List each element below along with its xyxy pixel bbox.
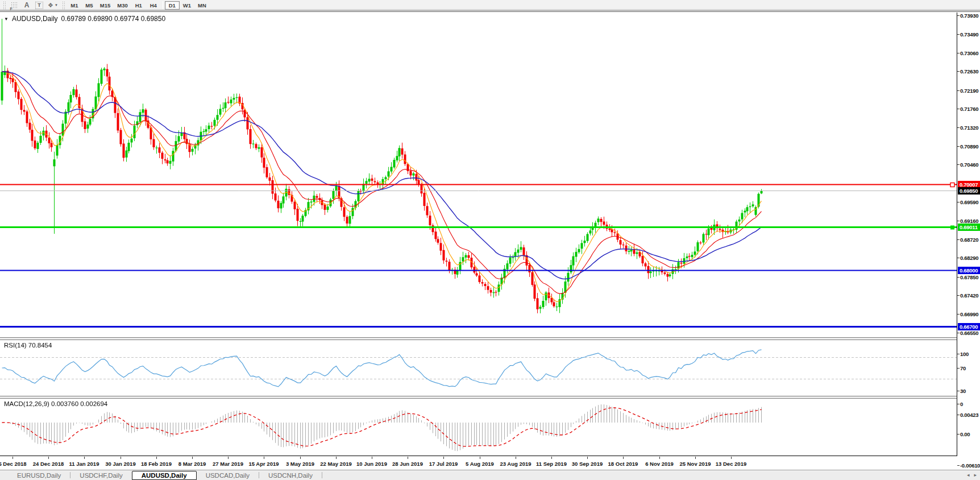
rsi-indicator-label: RSI(14) 70.8454 (4, 342, 52, 349)
date-tick-label: 11 Jan 2019 (69, 461, 99, 467)
price-level-badge: 0.69011 (958, 224, 980, 231)
price-tick-label: 0.66990 (960, 311, 978, 317)
date-tick-label: 5 Aug 2019 (466, 461, 494, 467)
chart-expand-icon[interactable]: ▼ (4, 16, 9, 22)
text-box-icon: T (35, 2, 43, 9)
price-level-badge: 0.66700 (958, 323, 980, 330)
date-tick-label: 18 Oct 2019 (608, 461, 638, 467)
rsi-axis-label: 100 (960, 351, 969, 357)
price-tick-label: 0.67850 (960, 274, 978, 280)
date-tick-mark (372, 457, 372, 459)
date-axis: 5 Dec 201824 Dec 201811 Jan 201930 Jan 2… (0, 457, 957, 470)
macd-indicator-label: MACD(12,26,9) 0.003760 0.002694 (4, 400, 107, 407)
date-tick-mark (659, 457, 660, 459)
date-tick-mark (300, 457, 301, 459)
timeframe-button-h1[interactable]: H1 (131, 1, 146, 10)
diamonds-icon: ❖ (48, 2, 53, 9)
tab-scroll-left-icon[interactable]: ◂ (967, 472, 970, 478)
macd-axis-label: 0.00423 (960, 412, 978, 418)
timeframe-button-m30[interactable]: M30 (114, 1, 131, 10)
chart-window: ▼ AUDUSD,Daily 0.69789 0.69890 0.69774 0… (0, 11, 980, 470)
date-tick-label: 23 Aug 2019 (500, 461, 531, 467)
tab-list: EURUSD,DailyUSDCHF,DailyAUDUSD,DailyUSDC… (8, 471, 322, 480)
date-tick-label: 8 Mar 2019 (178, 461, 206, 467)
price-tick-label: 0.68290 (960, 255, 978, 261)
symbol-tab-usdchf[interactable]: USDCHF,Daily (70, 471, 131, 480)
date-tick-label: 5 Dec 2018 (0, 461, 27, 467)
price-axis: 0.739300.734900.730600.726300.721900.717… (957, 13, 980, 456)
date-tick-mark (695, 457, 696, 459)
date-tick-mark (408, 457, 408, 459)
price-tick-label: 0.70460 (960, 162, 978, 168)
tab-scroll-arrows: ◂ ▸ (967, 472, 977, 478)
date-tick-mark (551, 457, 552, 459)
price-tick-label: 0.73060 (960, 50, 978, 56)
symbol-tab-audusd[interactable]: AUDUSD,Daily (132, 471, 197, 480)
timeframe-button-mn[interactable]: MN (194, 1, 210, 10)
timeframe-button-m5[interactable]: M5 (82, 1, 97, 10)
symbol-tab-usdcad[interactable]: USDCAD,Daily (197, 471, 259, 480)
date-tick-mark (264, 457, 264, 459)
date-tick-label: 6 Nov 2019 (645, 461, 674, 467)
tab-scroll-right-icon[interactable]: ▸ (974, 472, 977, 478)
date-tick-mark (587, 457, 588, 459)
price-tick-label: 0.72190 (960, 88, 978, 94)
rsi-axis-label: 0 (960, 401, 963, 407)
grid-tool-button[interactable]: F (8, 1, 20, 10)
chart-ohlc-values: 0.69789 0.69890 0.69774 0.69850 (61, 15, 166, 23)
date-tick-label: 18 Feb 2019 (141, 461, 172, 467)
chart-symbol-label: AUDUSD,Daily (12, 15, 58, 23)
macd-axis-label: 0.00 (960, 431, 970, 437)
macd-axis-label: -0.00610 (960, 462, 980, 469)
date-tick-mark (623, 457, 624, 459)
price-tick-label: 0.70890 (960, 143, 978, 150)
price-tick-label: 0.68720 (960, 237, 978, 243)
price-tick-label: 0.69590 (960, 199, 978, 205)
arrow-text-tool-button[interactable]: A (20, 1, 33, 10)
symbol-tab-bar: EURUSD,DailyUSDCHF,DailyAUDUSD,DailyUSDC… (0, 470, 980, 480)
date-tick-label: 15 Apr 2019 (249, 461, 279, 467)
date-tick-mark (336, 457, 337, 459)
date-tick-mark (192, 457, 193, 459)
price-level-badge: 0.68000 (958, 267, 980, 274)
arrange-tool-button[interactable]: ❖ ▼ (45, 1, 60, 10)
price-tick-label: 0.73490 (960, 31, 978, 38)
timeframe-button-d1[interactable]: D1 (165, 1, 180, 10)
tab-separator (322, 472, 322, 478)
chart-canvas[interactable] (0, 13, 957, 456)
date-tick-label: 27 Mar 2019 (213, 461, 243, 467)
mt4-window: F A T ❖ ▼ M1M5M15M30H1H4D1W1MN ▼ AUDUSD,… (0, 0, 980, 480)
timeframe-button-m1[interactable]: M1 (67, 1, 82, 10)
date-tick-label: 28 Jun 2019 (392, 461, 423, 467)
chart-plot-area[interactable]: ▼ AUDUSD,Daily 0.69789 0.69890 0.69774 0… (0, 13, 957, 456)
price-tick-label: 0.73930 (960, 13, 978, 19)
text-label-tool-button[interactable]: T (33, 1, 45, 10)
timeframe-button-m15[interactable]: M15 (97, 1, 114, 10)
price-tick-label: 0.66550 (960, 330, 978, 336)
symbol-tab-usdcnh[interactable]: USDCNH,Daily (259, 471, 322, 480)
date-tick-label: 30 Jan 2019 (105, 461, 135, 467)
date-tick-label: 24 Dec 2018 (33, 461, 64, 467)
date-tick-label: 22 May 2019 (320, 461, 351, 467)
date-tick-label: 11 Sep 2019 (536, 461, 567, 467)
price-tick-label: 0.71760 (960, 106, 978, 112)
toolbar-grip[interactable] (3, 1, 6, 9)
date-tick-mark (13, 457, 13, 459)
toolbar-separator (163, 1, 163, 9)
date-tick-label: 17 Jul 2019 (429, 461, 458, 467)
timeframe-button-h4[interactable]: H4 (146, 1, 161, 10)
symbol-tab-eurusd[interactable]: EURUSD,Daily (8, 471, 70, 480)
toolbar-grip[interactable] (62, 1, 65, 9)
timeframe-button-group: M1M5M15M30H1H4D1W1MN (67, 1, 210, 10)
rsi-axis-label: 70 (960, 365, 966, 371)
chevron-down-icon: ▼ (55, 3, 58, 7)
top-toolbar: F A T ❖ ▼ M1M5M15M30H1H4D1W1MN (0, 0, 980, 11)
rsi-axis-label: 30 (960, 388, 966, 394)
date-tick-mark (156, 457, 157, 459)
timeframe-button-w1[interactable]: W1 (180, 1, 194, 10)
date-tick-mark (48, 457, 49, 459)
price-tick-label: 0.67420 (960, 292, 978, 299)
letter-a-icon: A (24, 1, 30, 9)
chart-title: ▼ AUDUSD,Daily 0.69789 0.69890 0.69774 0… (4, 15, 165, 23)
date-tick-mark (731, 457, 732, 459)
